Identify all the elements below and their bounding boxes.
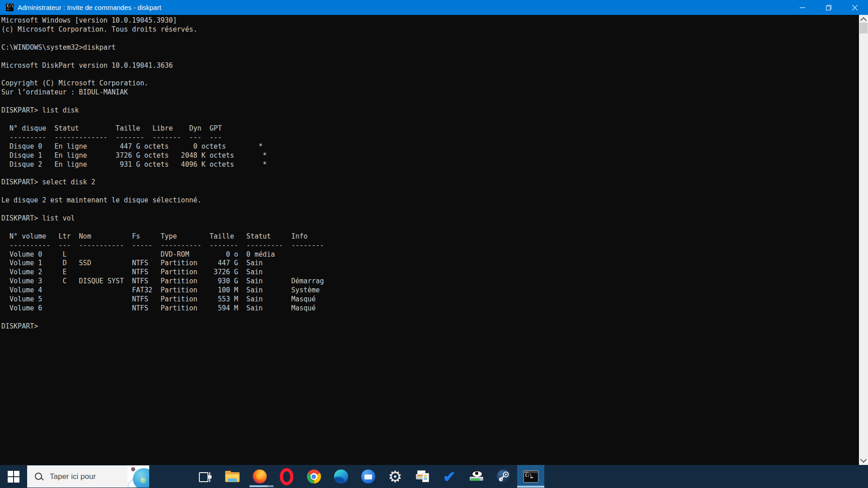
printer-icon (415, 470, 429, 483)
window-title: Administrateur : Invite de commandes - d… (18, 4, 161, 11)
taskbar-item-thunderbird[interactable] (354, 465, 382, 488)
search-highlight-planet-image[interactable] (127, 465, 149, 488)
taskbar-item-command-prompt-active[interactable]: C:\ (517, 465, 544, 488)
firefox-running-indicator (250, 485, 268, 487)
cmd-window-icon: C:\ (6, 4, 14, 11)
command-prompt-icon: C:\ (524, 470, 538, 483)
console-output: Microsoft Windows [version 10.0.19045.39… (0, 15, 859, 331)
taskbar-item-chrome[interactable] (300, 465, 327, 488)
edge-icon (334, 469, 348, 483)
taskbar-search-input[interactable]: Taper ici pour (27, 465, 149, 488)
opera-icon (280, 468, 293, 485)
search-icon (34, 472, 43, 481)
gear-icon: ⚙ (388, 469, 402, 484)
firefox-icon (253, 469, 267, 483)
taskbar-item-file-explorer[interactable] (219, 465, 246, 488)
taskbar: Taper ici pour ⚙ (0, 465, 868, 488)
taskbar-item-firefox[interactable] (246, 465, 273, 488)
close-icon (852, 5, 858, 10)
taskbar-item-task-view[interactable] (192, 465, 219, 488)
taskbar-item-edge[interactable] (327, 465, 354, 488)
taskbar-item-steam[interactable] (490, 465, 517, 488)
steam-icon (497, 469, 511, 483)
file-explorer-icon (225, 471, 240, 482)
taskbar-item-check-app[interactable]: ✔ (436, 465, 463, 488)
scrollbar-thumb[interactable] (859, 23, 868, 33)
search-placeholder: Taper ici pour (50, 472, 96, 481)
desktop: C:\ Administrateur : Invite de commandes… (0, 0, 868, 488)
taskbar-item-printer-tool[interactable] (409, 465, 436, 488)
console-area[interactable]: Microsoft Windows [version 10.0.19045.39… (0, 15, 859, 465)
close-button[interactable] (842, 0, 868, 15)
restore-button[interactable] (816, 0, 842, 15)
check-icon: ✔ (443, 469, 456, 484)
window-titlebar[interactable]: C:\ Administrateur : Invite de commandes… (0, 0, 868, 15)
chrome-icon (307, 469, 321, 483)
start-button[interactable] (0, 465, 27, 488)
task-view-icon (199, 471, 212, 482)
taskbar-item-settings[interactable]: ⚙ (382, 465, 409, 488)
console-scrollbar[interactable] (859, 15, 868, 465)
scroll-down-icon[interactable] (860, 456, 867, 463)
thunderbird-icon (361, 469, 375, 483)
taskbar-item-opera[interactable] (273, 465, 300, 488)
windows-logo-icon (8, 471, 19, 483)
taskbar-item-hardware-monitor[interactable] (463, 465, 490, 488)
hardware-monitor-icon (470, 470, 483, 483)
minimize-button[interactable] (789, 0, 816, 15)
firefox-running-indicator-2 (268, 485, 274, 487)
minimize-icon (800, 5, 805, 10)
restore-icon (826, 5, 831, 10)
cmd-active-indicator (517, 486, 544, 488)
